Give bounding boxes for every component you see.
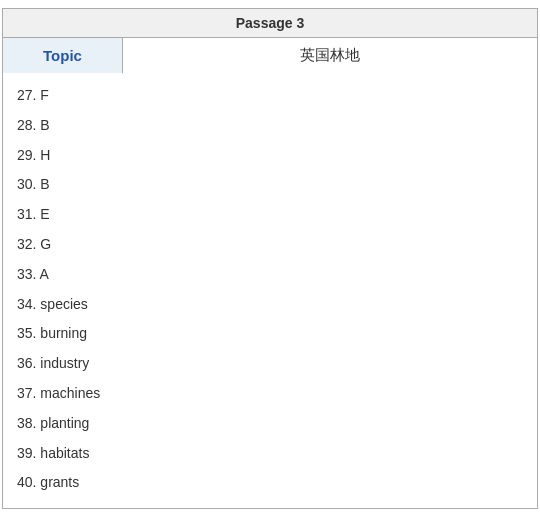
answer-item: 36. industry [17,349,523,379]
answer-item: 33. A [17,260,523,290]
topic-label: Topic [43,47,82,64]
answer-item: 31. E [17,200,523,230]
answer-item: 30. B [17,170,523,200]
answers-row: 27. F28. B29. H30. B31. E32. G33. A34. s… [3,73,538,509]
answer-item: 32. G [17,230,523,260]
answer-item: 27. F [17,81,523,111]
answer-item: 38. planting [17,409,523,439]
answer-item: 28. B [17,111,523,141]
passage-title: Passage 3 [236,15,305,31]
answer-item: 39. habitats [17,439,523,469]
topic-row: Topic 英国林地 [3,38,538,74]
topic-value: 英国林地 [300,46,360,65]
answer-item: 40. grants [17,468,523,498]
answer-item: 37. machines [17,379,523,409]
answer-item: 34. species [17,290,523,320]
passage-table: Passage 3 Topic 英国林地 27. F28. B29. H30. … [2,8,538,509]
answer-item: 29. H [17,141,523,171]
answer-item: 35. burning [17,319,523,349]
